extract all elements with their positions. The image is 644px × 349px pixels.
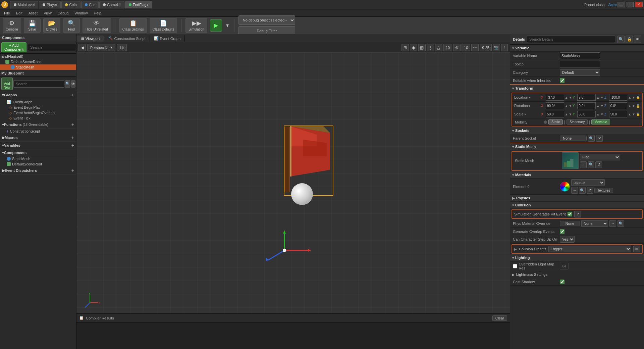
- function-constructionscript[interactable]: ƒ ConstructionScript: [0, 129, 76, 134]
- mat-reload-btn[interactable]: ↺: [587, 187, 593, 194]
- macros-section-header[interactable]: ▶ Macros +: [0, 134, 76, 142]
- mobility-stationary-button[interactable]: Stationary: [567, 119, 588, 124]
- blueprint-search-icon[interactable]: 🔍: [65, 80, 70, 88]
- viewport-tab-eventgraph[interactable]: 📊 Event Graph: [150, 35, 185, 42]
- rot-z-up[interactable]: ▲: [628, 104, 631, 108]
- loc-y-value[interactable]: 7.8: [577, 94, 596, 101]
- tab-car[interactable]: Car: [81, 1, 99, 8]
- class-defaults-button[interactable]: 📄 Class Defaults: [150, 18, 177, 33]
- mobility-static-button[interactable]: Static: [548, 119, 563, 124]
- menu-help[interactable]: Help: [91, 10, 104, 16]
- cast-shadow-checkbox[interactable]: [560, 280, 565, 284]
- rot-y-value[interactable]: 0.0°: [577, 102, 596, 109]
- blueprint-eye-icon[interactable]: 👁: [71, 80, 75, 88]
- macros-add-button[interactable]: +: [71, 135, 74, 140]
- bp-components-header[interactable]: ▾ Components: [0, 149, 76, 156]
- graph-beginplay[interactable]: ◇ Event BeginPlay: [0, 105, 76, 110]
- menu-debug[interactable]: Debug: [55, 10, 71, 16]
- maximize-button[interactable]: □: [627, 2, 634, 7]
- lightmass-row[interactable]: ▶ Lightmass Settings: [510, 271, 644, 278]
- editable-checkbox[interactable]: [560, 78, 565, 83]
- loc-z-up[interactable]: ▲: [628, 96, 631, 99]
- phys-material-select[interactable]: None: [581, 220, 608, 227]
- bp-comp-staticmesh[interactable]: StaticMesh: [0, 156, 76, 161]
- sim-hit-checkbox[interactable]: [568, 212, 572, 216]
- details-search-input[interactable]: [527, 36, 615, 43]
- minimize-button[interactable]: —: [617, 2, 625, 7]
- functions-section-header[interactable]: ▾ Functions (18 Overridable) +: [0, 121, 76, 129]
- mob-dot[interactable]: [544, 120, 547, 124]
- rot-x-up[interactable]: ▲: [565, 104, 568, 108]
- details-lock-icon-btn[interactable]: 🔒: [626, 36, 633, 43]
- vp-icon3[interactable]: ▦: [418, 44, 426, 51]
- variables-add-button[interactable]: +: [71, 143, 74, 148]
- save-button[interactable]: 💾 Save: [24, 18, 41, 33]
- sc-y-value[interactable]: 50.0: [577, 111, 596, 117]
- sc-x-up[interactable]: ▲: [565, 112, 568, 116]
- play-button[interactable]: ▶: [210, 19, 222, 32]
- location-dropdown[interactable]: Location: [514, 95, 528, 99]
- sc-z-value[interactable]: 50.0: [609, 111, 628, 117]
- vp-back-button[interactable]: ◀: [78, 44, 86, 51]
- loc-z-down[interactable]: ▼: [632, 96, 635, 99]
- details-search-icon-btn[interactable]: 🔍: [617, 36, 625, 43]
- mat-search-btn[interactable]: 🔍: [579, 187, 586, 194]
- browse-button[interactable]: 📂 Browse: [43, 18, 60, 33]
- class-settings-button[interactable]: 📋 Class Settings: [119, 18, 147, 33]
- loc-x-down[interactable]: ▼: [569, 96, 572, 99]
- find-button[interactable]: 🔍 Find: [63, 18, 80, 33]
- rot-x-down[interactable]: ▼: [569, 104, 572, 108]
- component-item-staticmesh[interactable]: StaticMesh: [0, 64, 76, 70]
- rot-y-down[interactable]: ▼: [600, 104, 604, 108]
- phys-arrow-btn[interactable]: →: [609, 220, 616, 227]
- rotation-text[interactable]: Rotation: [514, 104, 528, 108]
- play-dropdown[interactable]: ▾: [225, 21, 230, 30]
- lighting-section[interactable]: ▾ Lighting: [510, 254, 644, 261]
- tab-mainlevel[interactable]: MainLevel: [10, 1, 38, 8]
- graphs-add-button[interactable]: +: [71, 92, 74, 98]
- graph-eventgraph[interactable]: 📊 EventGraph: [0, 99, 76, 105]
- viewport-tab-viewport[interactable]: 🖥 Viewport: [76, 36, 104, 42]
- vp-lit-button[interactable]: Lit: [117, 44, 127, 51]
- graph-actoroverlap[interactable]: ◇ Event ActorBeginOverlap: [0, 110, 76, 115]
- collision-section[interactable]: ▾ Collision: [510, 202, 644, 209]
- collision-presets-select[interactable]: Trigger: [548, 246, 631, 252]
- event-dispatchers-add-button[interactable]: +: [71, 168, 74, 173]
- viewport-area[interactable]: X Y: [76, 52, 510, 313]
- step-up-select[interactable]: Yes: [560, 236, 575, 243]
- compile-button[interactable]: ⚙ Compile: [3, 18, 21, 33]
- variables-section-header[interactable]: ▾ Variables +: [0, 142, 76, 149]
- vp-icon6[interactable]: ⊕: [453, 44, 461, 51]
- sc-y-down[interactable]: ▼: [600, 112, 604, 116]
- vp-icon2[interactable]: ◉: [410, 44, 417, 51]
- sc-x-value[interactable]: 50.0: [546, 111, 564, 117]
- vp-icon5[interactable]: △: [435, 44, 442, 51]
- rot-x-value[interactable]: 90.0°: [546, 102, 564, 109]
- overlap-checkbox[interactable]: [560, 229, 565, 234]
- collision-presets-edit-btn[interactable]: ✏: [633, 246, 640, 252]
- graphs-section-header[interactable]: ▾ Graphs +: [0, 91, 76, 99]
- debug-object-select[interactable]: No debug object selected -: [238, 15, 295, 25]
- vp-pencil-icon[interactable]: ✏: [471, 44, 479, 51]
- add-component-button[interactable]: + Add Component: [1, 42, 26, 52]
- loc-x-value[interactable]: -37.0: [546, 94, 564, 101]
- menu-asset[interactable]: Asset: [26, 10, 41, 16]
- tooltip-input[interactable]: [560, 61, 600, 67]
- vp-icon1[interactable]: ⊞: [401, 44, 409, 51]
- rot-z-value[interactable]: 0.0°: [609, 102, 628, 109]
- socket-clear-btn[interactable]: ✕: [596, 135, 603, 142]
- socket-search-btn[interactable]: 🔍: [588, 135, 595, 142]
- loc-y-up[interactable]: ▲: [596, 96, 600, 99]
- loc-x-up[interactable]: ▲: [565, 96, 568, 99]
- loc-z-value[interactable]: -100.0: [609, 94, 628, 101]
- sockets-section[interactable]: ▾ Sockets: [510, 127, 644, 134]
- sc-z-down[interactable]: ▼: [632, 112, 635, 116]
- hide-unrelated-button[interactable]: 👁 Hide Unrelated: [83, 18, 111, 33]
- phys-search-btn[interactable]: 🔍: [618, 220, 624, 227]
- bp-comp-defaultsceneroot[interactable]: DefaultSceneRoot: [0, 161, 76, 167]
- tab-endflag[interactable]: EndFlag+: [125, 1, 152, 8]
- mesh-reload-btn[interactable]: ↺: [595, 161, 602, 168]
- blueprint-search-input[interactable]: [13, 80, 64, 88]
- material-select[interactable]: palette: [571, 179, 605, 186]
- functions-add-button[interactable]: +: [71, 122, 74, 127]
